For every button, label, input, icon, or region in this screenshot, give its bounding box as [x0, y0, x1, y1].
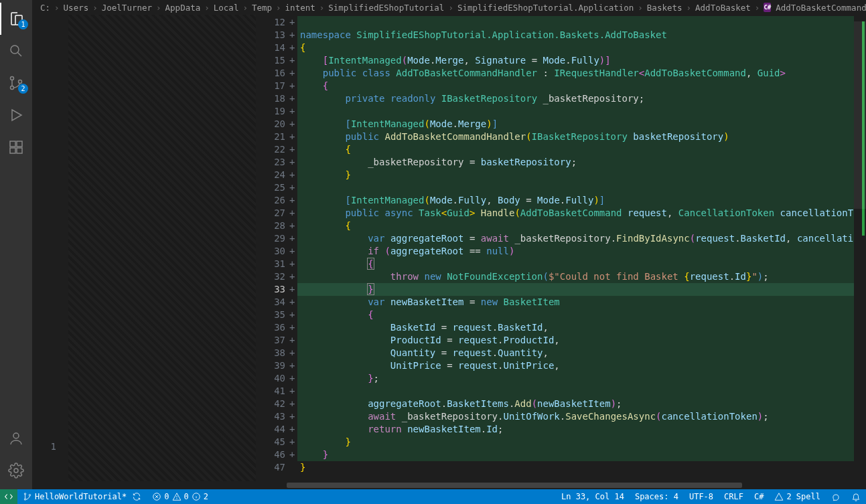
- status-bar: HelloWorldTutorial* 0 0 2 Ln 33, Col 14 …: [0, 489, 866, 504]
- chevron-right-icon: ›: [755, 3, 760, 13]
- breadcrumb-segment[interactable]: Temp: [252, 3, 272, 13]
- code-line[interactable]: {: [297, 80, 854, 92]
- source-control-icon[interactable]: 2: [0, 67, 32, 99]
- code-line[interactable]: {: [297, 220, 854, 232]
- svg-point-4: [19, 80, 22, 84]
- code-line[interactable]: {: [297, 41, 854, 54]
- sync-icon[interactable]: [132, 492, 141, 501]
- chevron-right-icon: ›: [54, 3, 60, 13]
- code-line[interactable]: if (aggregateRoot == null): [297, 245, 854, 258]
- svg-rect-7: [17, 148, 22, 153]
- search-icon[interactable]: [0, 35, 32, 67]
- code-line[interactable]: public async Task<Guid> Handle(AddToBask…: [297, 207, 854, 220]
- breadcrumb-file[interactable]: AddToBasketCommandHandler.cs: [776, 3, 866, 13]
- code-line[interactable]: throw new NotFoundException($"Could not …: [297, 270, 854, 283]
- code-line[interactable]: public class AddToBasketCommandHandler :…: [297, 67, 854, 80]
- code-line[interactable]: aggregateRoot.BasketItems.Add(newBasketI…: [297, 398, 854, 410]
- language-mode[interactable]: C#: [749, 489, 769, 504]
- breadcrumb-segment[interactable]: C:: [40, 3, 50, 13]
- code-line[interactable]: _basketRepository = basketRepository;: [297, 156, 854, 169]
- code-line[interactable]: }: [297, 436, 854, 448]
- code-line[interactable]: }: [297, 169, 854, 181]
- feedback-icon[interactable]: [826, 489, 846, 504]
- breadcrumb-segment[interactable]: Baskets: [647, 3, 682, 13]
- explorer-icon[interactable]: 1: [0, 3, 32, 35]
- horizontal-scrollbar[interactable]: [32, 481, 866, 489]
- svg-point-13: [29, 495, 30, 496]
- code-line[interactable]: var aggregateRoot = await _basketReposit…: [297, 232, 854, 245]
- code-line[interactable]: [IntentManaged(Mode.Merge, Signature = M…: [297, 54, 854, 67]
- code-editor[interactable]: 1213141516171819202122232425262728293031…: [256, 15, 866, 481]
- spell-status[interactable]: 2 Spell: [769, 489, 826, 504]
- accounts-icon[interactable]: [0, 422, 32, 454]
- branch-name: HelloWorldTutorial*: [35, 492, 127, 501]
- svg-point-0: [11, 46, 19, 54]
- extensions-icon[interactable]: [0, 131, 32, 163]
- breadcrumb-segment[interactable]: intent: [285, 3, 315, 13]
- svg-point-2: [11, 77, 14, 80]
- breadcrumb-segment[interactable]: Local: [214, 3, 239, 13]
- chevron-right-icon: ›: [276, 3, 281, 13]
- breadcrumb-segment[interactable]: Users: [64, 3, 89, 13]
- code-line[interactable]: Quantity = request.Quantity,: [297, 347, 854, 359]
- activity-bar: 1 2: [0, 0, 32, 489]
- cursor-position[interactable]: Ln 33, Col 14: [556, 489, 630, 504]
- code-line[interactable]: {: [297, 143, 854, 156]
- svg-point-9: [13, 433, 19, 438]
- encoding[interactable]: UTF-8: [684, 489, 719, 504]
- chevron-right-icon: ›: [319, 3, 325, 13]
- breadcrumb-segment[interactable]: SimplifiedEShopTutorial: [328, 3, 444, 13]
- code-line[interactable]: private readonly IBasketRepository _bask…: [297, 92, 854, 105]
- eol[interactable]: CRLF: [719, 489, 749, 504]
- code-line[interactable]: }: [297, 461, 854, 474]
- remote-indicator[interactable]: [0, 489, 17, 504]
- run-debug-icon[interactable]: [0, 99, 32, 131]
- chevron-right-icon: ›: [687, 3, 692, 13]
- code-line[interactable]: }: [297, 448, 854, 461]
- breadcrumb[interactable]: C:›Users›JoelTurner›AppData›Local›Temp›i…: [32, 0, 866, 15]
- code-line[interactable]: [297, 105, 854, 118]
- code-line[interactable]: {: [297, 309, 854, 321]
- svg-rect-6: [10, 148, 15, 153]
- code-line[interactable]: [297, 16, 854, 29]
- code-line[interactable]: [IntentManaged(Mode.Fully, Body = Mode.F…: [297, 194, 854, 207]
- code-line[interactable]: [297, 181, 854, 194]
- svg-point-18: [176, 499, 177, 499]
- code-line[interactable]: UnitPrice = request.UnitPrice,: [297, 359, 854, 372]
- chevron-right-icon: ›: [638, 3, 643, 13]
- indentation[interactable]: Spaces: 4: [630, 489, 684, 504]
- code-line[interactable]: [297, 385, 854, 398]
- git-branch[interactable]: HelloWorldTutorial*: [17, 489, 147, 504]
- chevron-right-icon: ›: [156, 3, 161, 13]
- breadcrumb-segment[interactable]: JoelTurner: [102, 3, 152, 13]
- breadcrumb-segment[interactable]: AppData: [165, 3, 201, 13]
- diff-hatch-strip: [68, 15, 256, 481]
- notifications-bell-icon[interactable]: [846, 489, 866, 504]
- explorer-badge: 1: [18, 19, 28, 29]
- svg-point-12: [24, 499, 25, 500]
- problems-status[interactable]: 0 0 2: [147, 489, 214, 504]
- gutter-diff-markers: +++++++++++++++++++++++++++++++++++: [289, 15, 297, 481]
- code-line[interactable]: };: [297, 372, 854, 385]
- svg-point-10: [14, 469, 18, 473]
- code-line[interactable]: await _basketRepository.UnitOfWork.SaveC…: [297, 410, 854, 423]
- settings-gear-icon[interactable]: [0, 454, 32, 487]
- svg-rect-5: [10, 141, 15, 147]
- code-line[interactable]: }: [297, 283, 854, 296]
- gutter-line-numbers: 1213141516171819202122232425262728293031…: [256, 15, 289, 481]
- code-lines[interactable]: namespace SimplifiedEShopTutorial.Applic…: [297, 15, 854, 481]
- code-line[interactable]: return newBasketItem.Id;: [297, 423, 854, 436]
- breadcrumb-segment[interactable]: AddToBasket: [695, 3, 751, 13]
- code-line[interactable]: var newBasketItem = new BasketItem: [297, 296, 854, 309]
- code-line[interactable]: ProductId = request.ProductId,: [297, 334, 854, 347]
- code-line[interactable]: namespace SimplifiedEShopTutorial.Applic…: [297, 29, 854, 41]
- minimap[interactable]: [854, 15, 866, 481]
- code-line[interactable]: public AddToBasketCommandHandler(IBasket…: [297, 131, 854, 143]
- csharp-file-icon: C#: [764, 3, 771, 12]
- code-line[interactable]: [IntentManaged(Mode.Merge)]: [297, 118, 854, 131]
- code-line[interactable]: BasketId = request.BasketId,: [297, 321, 854, 334]
- code-line[interactable]: {: [297, 258, 854, 270]
- svg-point-11: [24, 493, 25, 495]
- breadcrumb-segment[interactable]: SimplifiedEShopTutorial.Application: [457, 3, 634, 13]
- chevron-right-icon: ›: [92, 3, 98, 13]
